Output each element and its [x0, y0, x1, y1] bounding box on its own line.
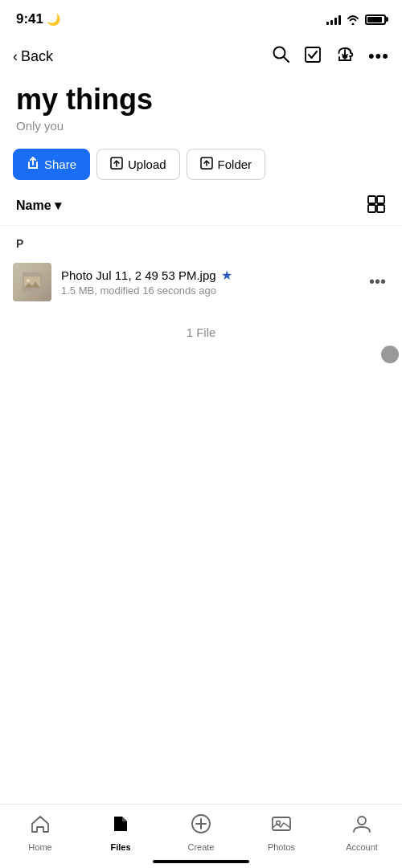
back-label: Back: [21, 48, 53, 65]
svg-line-1: [284, 57, 289, 62]
battery-icon: [365, 14, 386, 25]
back-button[interactable]: ‹ Back: [13, 48, 53, 65]
nav-actions: •••: [272, 45, 389, 68]
nav-item-account[interactable]: Account: [322, 813, 402, 852]
nav-item-files[interactable]: Files: [80, 813, 161, 852]
list-item[interactable]: Photo Jul 11, 2 49 53 PM.jpg ★ 1.5 MB, m…: [0, 255, 402, 309]
svg-rect-15: [273, 817, 290, 830]
svg-point-11: [27, 279, 30, 282]
search-icon[interactable]: [272, 45, 289, 68]
home-icon: [30, 813, 51, 839]
sort-chevron-icon: ▾: [55, 198, 61, 213]
upload-label: Upload: [128, 158, 166, 171]
nav-item-photos[interactable]: Photos: [241, 813, 322, 852]
home-indicator: [153, 860, 249, 863]
create-icon: [191, 813, 211, 839]
signal-icon: [326, 14, 341, 25]
create-label: Create: [187, 842, 214, 852]
files-icon: [110, 813, 131, 839]
sort-button[interactable]: Name ▾: [16, 198, 61, 213]
scroll-indicator: [381, 346, 399, 363]
file-more-button[interactable]: •••: [366, 269, 389, 294]
svg-rect-8: [377, 205, 384, 212]
file-count: 1 File: [0, 309, 402, 355]
svg-rect-5: [368, 196, 375, 203]
nav-item-home[interactable]: Home: [0, 813, 80, 852]
page-header: my things Only you: [0, 77, 402, 142]
bottom-nav: Home Files Create: [0, 804, 402, 868]
folder-icon: [200, 157, 213, 172]
account-icon: [351, 813, 372, 839]
download-icon[interactable]: [336, 46, 354, 67]
file-meta: 1.5 MB, modified 16 seconds ago: [61, 285, 356, 297]
moon-icon: 🌙: [47, 13, 60, 26]
star-icon: ★: [221, 268, 232, 283]
files-label: Files: [110, 842, 130, 852]
upload-button[interactable]: Upload: [96, 149, 180, 180]
home-label: Home: [28, 842, 51, 852]
page-subtitle: Only you: [16, 119, 386, 133]
back-arrow-icon: ‹: [13, 48, 18, 65]
file-modified: modified 16 seconds ago: [100, 285, 216, 297]
svg-rect-2: [306, 47, 320, 62]
more-icon[interactable]: •••: [368, 46, 389, 67]
select-icon[interactable]: [304, 46, 322, 67]
upload-icon: [110, 157, 123, 172]
sort-name-label: Name: [16, 199, 51, 213]
folder-button[interactable]: Folder: [187, 149, 266, 180]
nav-bar: ‹ Back •••: [0, 35, 402, 77]
status-bar: 9:41 🌙: [0, 0, 402, 35]
nav-item-create[interactable]: Create: [161, 813, 241, 852]
file-size: 1.5 MB: [61, 285, 94, 297]
sort-bar: Name ▾: [0, 186, 402, 226]
page-title: my things: [16, 84, 386, 116]
status-time: 9:41: [16, 11, 43, 27]
wifi-icon: [346, 14, 360, 25]
file-name: Photo Jul 11, 2 49 53 PM.jpg: [61, 268, 216, 282]
share-button[interactable]: Share: [13, 149, 90, 180]
photos-icon: [271, 813, 292, 839]
file-thumbnail: [13, 263, 51, 301]
account-label: Account: [346, 842, 378, 852]
share-label: Share: [44, 158, 76, 171]
svg-rect-6: [377, 196, 384, 203]
svg-rect-7: [368, 205, 375, 212]
photos-label: Photos: [268, 842, 295, 852]
folder-label: Folder: [218, 158, 252, 171]
action-bar: Share Upload Folder: [0, 142, 402, 186]
share-icon: [27, 157, 39, 172]
grid-view-icon[interactable]: [367, 194, 386, 217]
file-info: Photo Jul 11, 2 49 53 PM.jpg ★ 1.5 MB, m…: [61, 268, 356, 297]
status-icons: [326, 14, 386, 25]
svg-point-17: [358, 817, 366, 825]
section-label: P: [0, 226, 402, 255]
